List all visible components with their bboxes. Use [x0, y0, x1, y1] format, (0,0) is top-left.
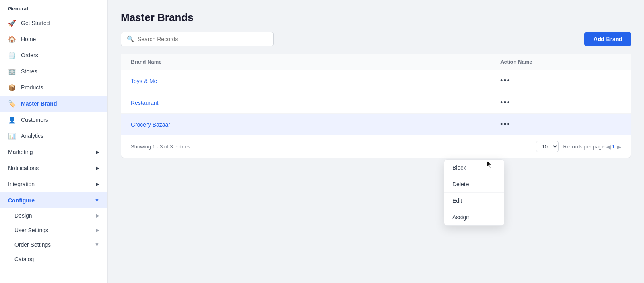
design-label: Design [14, 212, 32, 219]
user-settings-label: User Settings [14, 227, 48, 233]
master-brand-icon: 🏷️ [8, 100, 16, 108]
configure-label: Configure [8, 197, 35, 204]
col-action-name: Action Name [500, 59, 621, 65]
table-row: Grocery Bazaar ••• [121, 114, 631, 135]
add-brand-button[interactable]: Add Brand [584, 32, 631, 46]
toolbar: 🔍 Add Brand [121, 32, 631, 46]
search-box[interactable]: 🔍 [121, 32, 274, 46]
marketing-chevron: ▶ [96, 149, 99, 155]
get-started-icon: 🚀 [8, 19, 16, 27]
action-menu-dots-restaurant[interactable]: ••• [500, 98, 621, 107]
pagination: 10 25 50 Records per page ◀ 1 ▶ [536, 141, 621, 152]
per-page-select[interactable]: 10 25 50 [536, 141, 559, 152]
sidebar-item-analytics[interactable]: 📊 Analytics [0, 128, 107, 144]
dropdown-item-assign[interactable]: Assign [444, 209, 504, 225]
table-row: Toys & Me ••• [121, 70, 631, 92]
integration-chevron: ▶ [96, 181, 99, 187]
dropdown-item-delete[interactable]: Delete [444, 176, 504, 193]
table-row: Restaurant ••• [121, 92, 631, 114]
sidebar-item-label: Get Started [21, 20, 99, 26]
general-section-label: General [0, 0, 107, 15]
analytics-icon: 📊 [8, 132, 16, 140]
sidebar-item-get-started[interactable]: 🚀 Get Started [0, 15, 107, 31]
sidebar-item-customers[interactable]: 👤 Customers [0, 112, 107, 128]
customers-icon: 👤 [8, 116, 16, 124]
search-input[interactable] [138, 36, 268, 42]
sidebar-item-home[interactable]: 🏠 Home [0, 31, 107, 47]
sidebar-sub-item-design[interactable]: Design ▶ [0, 208, 107, 223]
table-footer: Showing 1 - 3 of 3 entries 10 25 50 Reco… [121, 135, 631, 158]
notifications-chevron: ▶ [96, 165, 99, 171]
user-settings-chevron: ▶ [96, 227, 99, 233]
action-dropdown-menu: Block Delete Edit Assign [444, 159, 504, 226]
action-menu-dots-grocery-bazaar[interactable]: ••• [500, 120, 621, 129]
sidebar-item-label: Orders [21, 52, 99, 58]
catalog-label: Catalog [14, 256, 34, 262]
current-page: 1 [612, 144, 615, 150]
order-settings-chevron: ▼ [95, 242, 99, 248]
brand-link-restaurant[interactable]: Restaurant [131, 100, 500, 106]
table-header: Brand Name Action Name [121, 54, 631, 70]
main-content: Master Brands 🔍 Add Brand Brand Name Act… [108, 0, 644, 283]
sidebar-item-label: Home [21, 36, 99, 42]
brands-table: Brand Name Action Name Toys & Me ••• Res… [121, 54, 631, 158]
sidebar-sub-item-user-settings[interactable]: User Settings ▶ [0, 223, 107, 237]
prev-page-arrow[interactable]: ◀ [606, 144, 611, 150]
sidebar-item-marketing[interactable]: Marketing ▶ [0, 144, 107, 160]
products-icon: 📦 [8, 83, 16, 92]
configure-chevron: ▼ [95, 198, 99, 203]
page-nav: Records per page ◀ 1 ▶ [563, 144, 621, 150]
order-settings-label: Order Settings [14, 241, 51, 248]
dropdown-item-block[interactable]: Block [444, 160, 504, 176]
home-icon: 🏠 [8, 35, 16, 43]
notifications-label: Notifications [8, 165, 39, 171]
sidebar-item-configure[interactable]: Configure ▼ [0, 192, 107, 208]
next-page-arrow[interactable]: ▶ [617, 144, 621, 150]
page-title: Master Brands [121, 11, 631, 24]
design-chevron: ▶ [96, 213, 99, 218]
sidebar-item-integration[interactable]: Integration ▶ [0, 176, 107, 192]
records-per-page-label: Records per page [563, 144, 604, 150]
sidebar-item-label: Analytics [21, 133, 99, 139]
brand-link-toys-me[interactable]: Toys & Me [131, 78, 500, 84]
col-brand-name: Brand Name [131, 59, 500, 65]
sidebar-item-master-brand[interactable]: 🏷️ Master Brand [0, 96, 107, 112]
sidebar-item-label: Stores [21, 68, 99, 75]
sidebar-item-label: Products [21, 84, 99, 91]
footer-text: Showing 1 - 3 of 3 entries [131, 144, 190, 150]
sidebar-item-label: Customers [21, 117, 99, 123]
orders-icon: 🗒️ [8, 51, 16, 59]
sidebar-item-notifications[interactable]: Notifications ▶ [0, 160, 107, 176]
stores-icon: 🏢 [8, 67, 16, 75]
sidebar-sub-item-order-settings[interactable]: Order Settings ▼ [0, 237, 107, 252]
sidebar-item-label: Master Brand [21, 100, 99, 107]
sidebar-sub-item-catalog[interactable]: Catalog [0, 252, 107, 266]
sidebar-item-products[interactable]: 📦 Products [0, 79, 107, 96]
action-menu-dots-toys-me[interactable]: ••• [500, 77, 621, 85]
marketing-label: Marketing [8, 149, 33, 155]
sidebar-item-stores[interactable]: 🏢 Stores [0, 63, 107, 79]
sidebar-item-orders[interactable]: 🗒️ Orders [0, 47, 107, 63]
integration-label: Integration [8, 181, 35, 187]
brand-link-grocery-bazaar[interactable]: Grocery Bazaar [131, 121, 500, 128]
sidebar: General 🚀 Get Started 🏠 Home 🗒️ Orders 🏢… [0, 0, 108, 283]
search-icon: 🔍 [127, 35, 134, 43]
dropdown-item-edit[interactable]: Edit [444, 193, 504, 209]
